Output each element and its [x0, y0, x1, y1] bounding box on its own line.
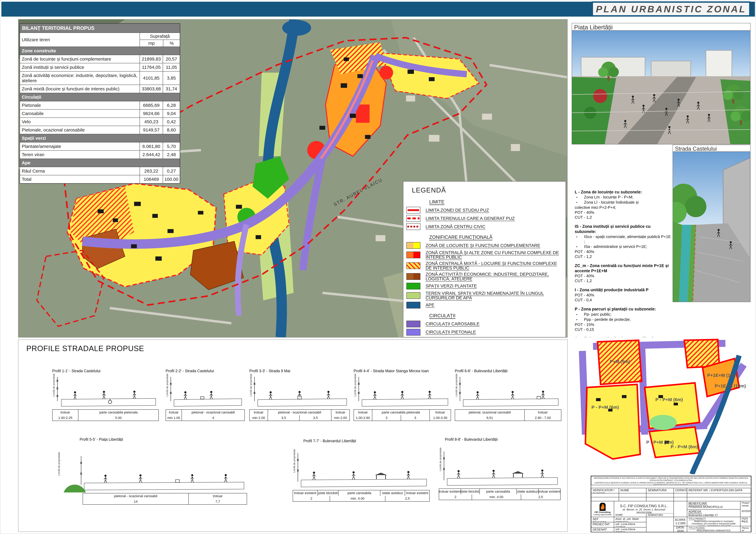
profile-title: Profil 1-1' - Strada Castelului	[52, 369, 159, 373]
seg-label: pietonal - ocazional carosabil	[83, 494, 188, 499]
reg-heading: IS - Zona instituții și servicii publice…	[575, 224, 671, 234]
seg-label: trotuar	[429, 410, 451, 415]
strada-panel-label: Strada Castelului	[673, 145, 750, 151]
plansa-value: 3.1	[742, 532, 745, 532]
logo-cell: FIP Consulting Linking opportunities	[591, 501, 614, 517]
verificator-header: VERIFICATOR / EXPERT	[591, 488, 619, 493]
plansa-label: Plansa Nr :	[742, 526, 749, 532]
reg-heading: I - Zona unități producție industrială P	[575, 287, 671, 292]
reg-line: CUT - 1,2	[575, 278, 671, 283]
profile-3: Profil 3-3' - Strada 9 Mai Limită de pro…	[249, 369, 350, 421]
svg-text:P - P+M (6m): P - P+M (6m)	[591, 405, 619, 410]
reg-line: CUT - 1,2	[575, 215, 671, 220]
row-mp: 2.644,42	[140, 150, 163, 159]
profile-title: Profil 3-3' - Strada 9 Mai	[249, 369, 350, 373]
legend-section-zonificare: ZONIFICARE FUNCȚIONALĂ	[429, 234, 562, 240]
inset-zone-yellow-left	[585, 385, 640, 459]
referat-header: REFERAT NR. / EXPERTIZA DIN DATA	[687, 488, 751, 493]
seg-dim: 2,5	[385, 496, 430, 501]
seg-label: trotuar existent	[538, 489, 560, 494]
titlu-proiect-cell: TITLU PROIECT: Modernizarea transportulu…	[687, 517, 740, 526]
scara-label: SCARA:	[675, 518, 686, 521]
seg-dim: 3,5	[299, 415, 331, 421]
reg-line: POT - 40%	[575, 249, 671, 254]
proiect-value: 62/2020	[742, 510, 750, 512]
reg-bullet: Pp- parc public;	[575, 312, 671, 317]
swatch-economice	[406, 273, 420, 280]
reg-bullet: ISa - administrative și servicii P+1E;	[575, 244, 671, 249]
reg-block-I: I - Zona unități producție industrială P…	[575, 287, 671, 302]
row-mp: 4101,85	[140, 71, 163, 85]
reg-line: CUT - 0,4	[575, 298, 671, 302]
legend-label: LIMITA ZONĂ CENTRU CIVIC	[425, 224, 485, 229]
legend-label: CIRCULAȚII PIETONALE	[425, 330, 476, 334]
bilant-header: Utilizare teren Suprafață mp %	[20, 33, 180, 46]
seg-label: trotuar	[331, 410, 350, 415]
seg-dim: 4	[181, 415, 245, 421]
row-label: Velo	[20, 118, 140, 126]
row-label: Carosabile	[20, 109, 140, 118]
logo-name: FIP Consulting	[595, 511, 611, 514]
profiles-title: PROFILE STRADALE PROPUSE	[26, 344, 144, 353]
col-mp: mp	[140, 40, 163, 46]
seg-label: trotuar	[52, 410, 78, 415]
legend-box: LEGENDĂ LIMITE LIMITA ZONEI DE STUDIU PU…	[403, 181, 566, 337]
proiectat-value: urb. Lucia Elena COZMA	[614, 522, 646, 527]
seg-dim: 9,51	[455, 415, 524, 421]
seg-label: trotuar existent	[405, 490, 430, 496]
row-mp: 6685,69	[140, 101, 163, 109]
seg-dim: 2	[439, 494, 472, 500]
seg-dim: 5.00	[78, 415, 159, 421]
seg-dim: 3	[401, 415, 429, 421]
row-pct: 9,04	[163, 109, 180, 118]
swatch-limita-studiu	[406, 207, 420, 214]
data-cell: DATA: 2020	[674, 526, 687, 532]
row-pct: 31,74	[163, 85, 180, 93]
seg-dim: 1.00-2.60	[354, 415, 372, 421]
reg-heading: L - Zona de locuințe cu subzonele:	[575, 190, 671, 195]
reg-bullet: Zona Lî - locuințe îndividuale și	[575, 200, 671, 205]
legend-label: ZONĂ CENTRALĂ ȘI ALTE ZONE CU FUNCȚIUNI …	[425, 250, 562, 260]
seg-label: statie autobuz	[516, 489, 538, 494]
swatch-pietonale-ocazional	[406, 337, 420, 337]
row-pct: 3,85	[163, 71, 180, 85]
seg-label: trotuar	[354, 410, 372, 415]
company-name: S.C. FIP CONSULTING S.R.L.	[620, 504, 667, 508]
reg-heading: ZC_m - Zona centrală cu funcțiuni mixte …	[575, 263, 671, 274]
reg-block-P: P - Zona parcuri și plantații cu subzone…	[575, 307, 671, 332]
profile-8: Profil 8-8' - Bulevardul Libertății Limi…	[439, 437, 560, 500]
spacer-row	[591, 485, 751, 488]
reg-bullet: Zona Lm - locuințe P - P+M;	[575, 195, 671, 200]
data-value: 2020	[677, 529, 684, 532]
svg-text:Limită de proprietate: Limită de proprietate	[293, 449, 296, 473]
seg-dim: 3,5	[268, 415, 299, 421]
adresa-cell: ADRESA: Bulevardul Libertății 17	[687, 509, 740, 517]
row-label: Pietonale, ocazional carosabile	[20, 126, 140, 134]
scara-value: 1:2.000	[675, 521, 686, 525]
seg-dim: min. 4.00	[330, 496, 385, 501]
section-row: Circulații	[20, 93, 180, 101]
reg-line: CUT - 0,15	[575, 327, 671, 332]
row-pct: 20,57	[163, 55, 180, 63]
row-label: Plantate/amenajate	[20, 142, 140, 150]
bus-shelter-icon	[375, 473, 387, 479]
seg-dim: 2,5	[521, 494, 560, 500]
swatch-teren-viran	[406, 292, 420, 299]
row-mp: 9149,57	[140, 126, 163, 134]
strada-render	[673, 151, 750, 302]
svg-text:Limită de proprietate: Limită de proprietate	[439, 447, 442, 471]
profile-2: Profil 2-2' - Strada Castelului Limită d…	[166, 369, 245, 421]
reg-bullet: ISco - spații comerciale, alimentație pu…	[575, 234, 671, 244]
plansa-cell: Plansa Nr : 3.1	[740, 526, 751, 532]
legend-label: CIRCULAȚII CAROSABILE	[425, 322, 480, 326]
seg-label: trotuar	[166, 410, 181, 415]
seg-dim: 3	[372, 415, 401, 421]
copyright-line2: REPRODUCEREA INTEGRALĂ SAU PARȚIALĂ A AC…	[593, 477, 750, 482]
desenat-value: urb. Lucia Elena COZMA	[614, 527, 646, 532]
seg-label: parte carosabila pietonala	[372, 410, 429, 415]
faza-cell: FAZA: P.U.Z.	[740, 517, 751, 526]
legend-label: TEREN VIRAN, SPAȚII VERZI NEAMENAJATE ÎN…	[425, 291, 562, 300]
seg-label: piste biciclisti	[461, 489, 479, 494]
seg-dim: min 2.00	[249, 415, 268, 421]
seg-dim: 1.00-2.25	[52, 415, 78, 421]
